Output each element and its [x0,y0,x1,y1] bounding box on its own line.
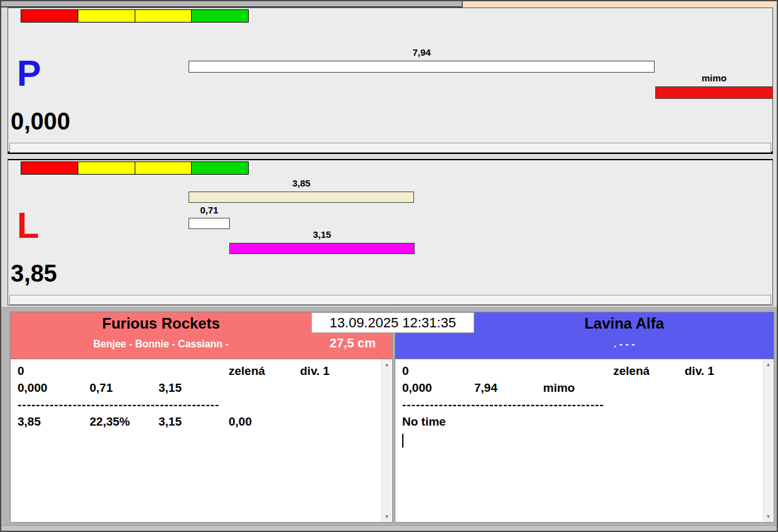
log-cell [229,381,300,398]
log-cell: mimo [543,381,613,398]
log-row: 0,000 0,71 3,15 [18,381,376,398]
l-bar1 [189,192,414,203]
team-left-name: Furious Rockets [11,315,311,332]
team-right-log[interactable]: 0 zelená div. 1 0,000 7,94 mimo --------… [395,359,774,522]
background-window [463,1,777,8]
scale-segment-yellow [78,162,135,174]
color-scale-bar [21,161,249,175]
log-cell: 0,00 [229,415,300,432]
log-separator: ----------------------------------------… [18,398,376,415]
datetime-display: 13.09.2025 12:31:35 [311,312,474,333]
log-cell [543,415,613,432]
app-window: 7,94 mimo P 0,000 3,85 0,71 3,15 L 3,85 … [0,0,778,532]
p-main-bar-value: 7,94 [189,47,655,58]
right-log-scrollbar[interactable]: ▲ ▼ [763,359,773,521]
log-cell [300,415,376,432]
panel-p-empty-strip [9,143,771,153]
p-mimo-bar [655,86,773,99]
scroll-up-icon[interactable]: ▲ [764,359,773,369]
log-cell: 0,000 [18,381,90,398]
log-row: 0 zelená div. 1 [18,364,376,381]
log-cell: 22,35% [90,415,158,432]
scale-segment-yellow [135,10,192,22]
p-mimo-label: mimo [655,73,773,83]
panel-p-letter: P [17,53,41,93]
scroll-down-icon[interactable]: ▼ [382,511,392,521]
log-cell: div. 1 [685,364,757,381]
color-scale-bar [21,9,249,23]
log-cell: 0 [18,364,90,381]
log-cell: 0,71 [90,381,158,398]
scroll-down-icon[interactable]: ▼ [764,511,773,521]
team-panel-right: Lavina Alfa . - - - 0 zelená div. 1 0,00… [395,312,774,523]
window-title-bar [1,1,463,8]
log-cell [543,364,613,381]
l-bar3 [229,243,415,254]
scoreboard: 13.09.2025 12:31:35 Furious Rockets Benj… [1,307,777,525]
panel-p-value: 0,000 [11,108,70,135]
p-main-measure-bar [189,61,655,73]
team-right-players: . - - - [475,339,774,350]
panel-l-value: 3,85 [11,260,57,287]
log-cell: 0 [402,364,474,381]
log-cell [300,381,376,398]
scroll-up-icon[interactable]: ▲ [382,359,392,369]
log-cell: 3,15 [158,415,229,432]
distance-value: 27,5 cm [312,336,393,350]
log-cell: 3,15 [158,381,229,398]
log-separator: ----------------------------------------… [402,398,757,415]
log-cell: zelená [229,364,300,381]
log-cell: 3,85 [18,415,90,432]
text-cursor [402,434,403,448]
top-strip [1,1,777,8]
team-left-players: Benjee - Bonnie - Cassiann - [11,339,311,350]
log-cell [685,415,757,432]
scale-segment-yellow [135,162,192,174]
scale-segment-yellow [78,10,135,22]
panel-l-letter: L [17,205,39,245]
team-right-name: Lavina Alfa [475,315,774,332]
caret-row [402,432,757,449]
log-cell: No time [402,415,474,432]
log-cell [90,364,158,381]
scale-segment-green [192,162,248,174]
panel-l-empty-strip [9,295,771,305]
team-panel-left: Furious Rockets Benjee - Bonnie - Cassia… [10,312,393,523]
log-cell: 0,000 [402,381,474,398]
l-bar3-value: 3,15 [229,229,415,240]
log-cell [158,364,229,381]
window-bottom-bar [1,525,777,532]
l-bar2-value: 0,71 [189,205,230,215]
scale-segment-green [192,10,248,22]
log-cell [613,415,685,432]
log-cell [613,381,685,398]
scale-segment-red [21,162,78,174]
panel-p: 7,94 mimo P 0,000 [8,8,773,154]
log-row: 3,85 22,35% 3,15 0,00 [18,415,376,432]
panel-l: 3,85 0,71 3,15 L 3,85 [8,159,773,305]
log-cell: zelená [613,364,685,381]
log-cell: div. 1 [300,364,376,381]
l-bar1-value: 3,85 [189,178,414,188]
log-cell [474,415,543,432]
log-cell [685,381,757,398]
log-row: 0,000 7,94 mimo [402,381,757,398]
log-row: No time [402,415,757,432]
log-cell [474,364,543,381]
scale-segment-red [21,10,78,22]
left-log-scrollbar[interactable]: ▲ ▼ [381,359,392,521]
log-cell: 7,94 [474,381,543,398]
log-row: 0 zelená div. 1 [402,364,757,381]
team-left-log[interactable]: 0 zelená div. 1 0,000 0,71 3,15 --------… [11,359,392,522]
l-bar2 [189,218,230,229]
